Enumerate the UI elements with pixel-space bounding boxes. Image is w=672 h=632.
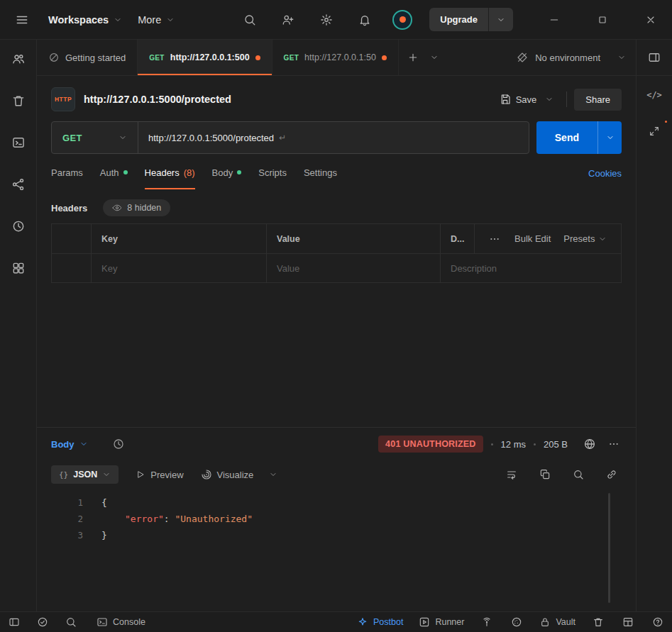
cookie-icon	[511, 616, 522, 628]
scrollbar[interactable]	[608, 493, 610, 603]
account-avatar[interactable]	[392, 10, 412, 30]
status-bar: Console Postbot Runner Vault	[0, 611, 672, 632]
wrap-text-button[interactable]	[502, 465, 522, 484]
value-input[interactable]: Value	[267, 254, 441, 282]
invite-user-button[interactable]	[277, 9, 299, 31]
copy-response-button[interactable]	[535, 465, 555, 484]
url-input[interactable]: http://127.0.0.1:5000/protected ↵	[138, 122, 529, 153]
vault-button[interactable]: Vault	[539, 616, 575, 628]
separator-dot	[534, 443, 536, 445]
environment-quick-look-button[interactable]	[644, 47, 665, 68]
new-tab-button[interactable]	[403, 48, 423, 67]
response-size[interactable]: 205 B	[544, 439, 568, 450]
terminal-icon	[11, 135, 26, 150]
capture-requests-button[interactable]	[480, 615, 494, 629]
visualize-label: Visualize	[217, 470, 254, 480]
cookies-link[interactable]: Cookies	[588, 157, 622, 189]
tab-label: Settings	[304, 167, 337, 178]
braces-icon: {}	[59, 470, 68, 479]
environment-selector[interactable]: No environment	[507, 40, 636, 75]
postbot-button[interactable]: Postbot	[357, 616, 403, 628]
response-options-button[interactable]	[606, 436, 622, 452]
two-pane-view-button[interactable]	[621, 615, 635, 629]
runner-button[interactable]: Runner	[419, 616, 464, 628]
presets-label: Presets	[563, 233, 595, 244]
console-button[interactable]: Console	[97, 616, 145, 628]
format-dropdown[interactable]: {} JSON	[51, 465, 119, 484]
window-maximize-button[interactable]	[593, 10, 612, 30]
help-button[interactable]	[651, 615, 665, 629]
response-history-button[interactable]	[108, 433, 129, 455]
code-snippet-button[interactable]: </>	[646, 90, 662, 100]
search-response-button[interactable]	[568, 465, 588, 484]
upgrade-button[interactable]: Upgrade	[429, 8, 488, 31]
tab-label: Getting started	[65, 52, 126, 63]
visualize-dropdown-button[interactable]	[265, 466, 282, 483]
sidebar-item-mock[interactable]	[10, 134, 27, 151]
trash-bin-icon	[11, 94, 26, 108]
connection-status-button[interactable]	[35, 615, 50, 629]
tab-getting-started[interactable]: Getting started	[37, 40, 138, 75]
search-icon	[243, 13, 256, 26]
find-replace-button[interactable]	[64, 615, 78, 629]
tab-label: Params	[51, 167, 83, 178]
window-close-button[interactable]	[641, 10, 661, 30]
tab-label: Headers	[145, 167, 180, 178]
column-options-button[interactable]	[488, 232, 502, 246]
notifications-button[interactable]	[354, 9, 375, 31]
tab-request-1[interactable]: GET http://127.0.0.1:500	[138, 40, 272, 75]
settings-button[interactable]	[316, 9, 337, 31]
upgrade-split-button: Upgrade	[429, 8, 513, 31]
link-response-button[interactable]	[602, 465, 622, 484]
sidebar-item-history[interactable]	[10, 218, 27, 235]
preview-button[interactable]: Preview	[136, 470, 183, 480]
trash-button[interactable]	[591, 615, 605, 629]
send-dropdown-button[interactable]	[597, 121, 622, 154]
sidebar-item-team[interactable]	[10, 50, 27, 67]
console-label: Console	[113, 617, 145, 627]
tab-body[interactable]: Body	[212, 157, 242, 189]
description-input[interactable]: Description	[441, 254, 621, 282]
response-body-viewer[interactable]: 1 { 2 "error": "Unauthorized" 3 }	[37, 489, 636, 611]
line-number: 1	[51, 497, 83, 508]
tab-request-2[interactable]: GET http://127.0.0.1:50	[272, 40, 399, 75]
sidebar-item-flows[interactable]	[10, 176, 27, 193]
tab-scripts[interactable]: Scripts	[258, 157, 287, 189]
send-button[interactable]: Send	[536, 121, 597, 154]
row-handle[interactable]	[52, 254, 92, 282]
share-button[interactable]: Share	[574, 89, 622, 111]
search-button[interactable]	[239, 9, 260, 31]
response-body-dropdown[interactable]: Body	[51, 439, 88, 450]
value-placeholder: Value	[277, 263, 299, 274]
tab-settings[interactable]: Settings	[304, 157, 337, 189]
save-response-button[interactable]	[581, 436, 598, 453]
sidebar-item-collections[interactable]	[10, 92, 27, 109]
main-menu-button[interactable]	[11, 9, 33, 31]
upgrade-dropdown-button[interactable]	[488, 8, 513, 31]
cookies-manager-button[interactable]	[509, 615, 524, 629]
save-button[interactable]: Save	[497, 89, 540, 109]
sidebar-item-more-tools[interactable]	[10, 260, 27, 277]
key-input[interactable]: Key	[92, 254, 267, 282]
visualize-button[interactable]: Visualize	[201, 469, 254, 480]
method-selector[interactable]: GET	[52, 122, 138, 153]
key-placeholder: Key	[101, 263, 117, 274]
tab-list-button[interactable]	[426, 49, 443, 66]
tab-params[interactable]: Params	[51, 157, 83, 189]
save-dropdown-button[interactable]	[539, 91, 559, 108]
line-number: 3	[51, 530, 83, 540]
column-description: D...	[441, 224, 475, 253]
presets-dropdown[interactable]: Presets	[563, 233, 607, 244]
format-label: JSON	[73, 470, 97, 479]
status-badge[interactable]: 401 UNAUTHORIZED	[378, 436, 483, 453]
hidden-headers-toggle[interactable]: 8 hidden	[103, 199, 170, 216]
toggle-sidebar-button[interactable]	[7, 615, 21, 629]
tab-headers[interactable]: Headers (8)	[145, 157, 195, 189]
response-time[interactable]: 12 ms	[501, 439, 526, 450]
tab-auth[interactable]: Auth	[100, 157, 128, 189]
expand-panel-button[interactable]	[644, 121, 664, 141]
window-minimize-button[interactable]	[544, 10, 564, 30]
workspaces-menu[interactable]: Workspaces	[48, 14, 122, 26]
bulk-edit-button[interactable]: Bulk Edit	[514, 233, 551, 244]
more-menu[interactable]: More	[138, 14, 175, 26]
